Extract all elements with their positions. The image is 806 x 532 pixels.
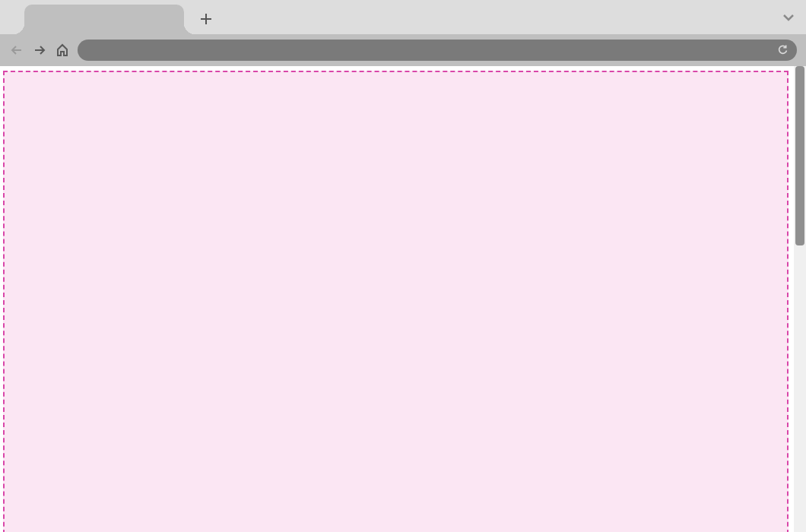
home-button[interactable]: [55, 43, 70, 58]
inspector-highlight-box: [3, 71, 789, 532]
url-input[interactable]: [85, 45, 776, 56]
tabs-overflow-button[interactable]: [782, 11, 795, 24]
toolbar: [0, 34, 806, 66]
arrow-right-icon: [33, 43, 46, 57]
address-bar[interactable]: [78, 40, 797, 61]
plus-icon: [199, 12, 213, 26]
scrollbar-thumb[interactable]: [795, 66, 804, 245]
vertical-scrollbar[interactable]: [794, 66, 806, 532]
new-tab-button[interactable]: [199, 12, 213, 26]
page-content: [0, 66, 794, 532]
reload-button[interactable]: [776, 43, 789, 57]
viewport: [0, 66, 806, 532]
active-tab[interactable]: [24, 5, 184, 34]
tab-strip: [0, 0, 806, 34]
home-icon: [56, 43, 69, 57]
forward-button[interactable]: [32, 43, 47, 58]
reload-icon: [777, 45, 789, 56]
arrow-left-icon: [10, 43, 24, 57]
chevron-down-icon: [782, 11, 795, 24]
back-button[interactable]: [9, 43, 24, 58]
